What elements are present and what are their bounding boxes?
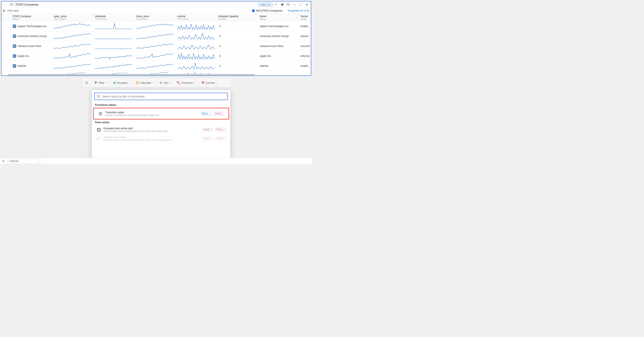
chart-icon [113, 81, 116, 84]
hospital-capacity: 4 [217, 51, 258, 61]
sparkline-div [95, 22, 132, 30]
card-transform-table[interactable]: Transform table A table to transform und… [96, 109, 226, 118]
svg-rect-7 [3, 10, 4, 12]
col-open-price[interactable]: open_price Time series [52, 14, 93, 21]
chevron-down-icon: ▾ [170, 82, 171, 84]
hospital-capacity: 4 [217, 61, 258, 71]
col-sector[interactable]: Sector String [298, 14, 311, 21]
visualize-label: Visualize [117, 81, 128, 84]
panel-titlebar: ⋮⋮ $E [TDP] Companies Object set [2, 2, 311, 8]
layers-icon [96, 127, 101, 132]
table-row[interactable]: American Airlines Group 4 American Airli… [2, 31, 311, 41]
card-title: Grouped time series plot [104, 127, 200, 130]
hide-data-button[interactable]: Hide data [3, 9, 19, 12]
sparkline-vol [178, 52, 215, 60]
svg-rect-0 [287, 3, 290, 5]
bottom-bar: Canvas ▾ [0, 158, 312, 164]
properties-link[interactable]: Properties (9 of 9) [285, 9, 309, 12]
table-row[interactable]: Apple Inc. 4 Apple Inc. informa [2, 51, 311, 61]
chevron-down-icon: ▾ [216, 82, 217, 84]
svg-point-40 [136, 83, 137, 84]
svg-point-2 [293, 4, 294, 4]
popover-search[interactable] [94, 92, 228, 100]
name-cell: Advance Auto Parts [258, 41, 298, 51]
svg-rect-33 [114, 82, 114, 84]
card-tabular-ts[interactable]: Tabular time series Convert columns from… [94, 134, 228, 143]
search-icon [85, 81, 88, 84]
sparkline-close [136, 32, 173, 40]
svg-rect-26 [14, 65, 14, 66]
highlight-box: Transform table A table to transform und… [93, 108, 229, 120]
popover-search-input[interactable] [102, 95, 226, 98]
tag-object: Object… [201, 112, 211, 115]
col-company[interactable]: [TDP] Company Object [11, 14, 52, 21]
svg-rect-21 [15, 46, 15, 47]
more-icon[interactable] [292, 2, 297, 7]
svg-rect-17 [15, 36, 15, 37]
object-set-panel: ⋮⋮ $E [TDP] Companies Object set Hide da… [1, 1, 311, 76]
action-toolbar: Filter▾ Visualize▾ Calculate▾ Join▾ Tran… [82, 78, 231, 88]
col-name[interactable]: Name String ▾ [257, 14, 298, 21]
sparkline-open [54, 32, 90, 40]
calculate-button[interactable]: Calculate▾ [133, 78, 156, 88]
table-row[interactable]: Advance Auto Parts 4 Advance Auto Parts … [2, 41, 311, 51]
canvas-selector[interactable]: Canvas ▾ [8, 159, 40, 163]
chevron-down-icon[interactable]: ▾ [296, 16, 297, 18]
convert-button[interactable]: Convert▾ [198, 78, 220, 88]
hospital-capacity: 4 [217, 31, 258, 41]
transform-button[interactable]: Transform▾ [174, 78, 198, 88]
drag-handle-icon[interactable]: ⋮⋮ [3, 3, 8, 6]
filter-button[interactable]: Filter▾ [92, 78, 110, 88]
card-grouped-ts[interactable]: Grouped time series plot View multiple t… [94, 125, 228, 134]
col-volume[interactable]: volume Time series [175, 14, 216, 21]
close-icon[interactable] [304, 2, 310, 7]
chevron-down-icon: ▾ [129, 82, 130, 84]
col-hospital-capacity[interactable]: Hospital Capacity Number ▾ [216, 14, 258, 21]
search-button[interactable] [82, 78, 92, 88]
add-canvas-button[interactable] [1, 158, 6, 164]
calculator-icon [136, 81, 139, 84]
canvas-label: Canvas [9, 160, 18, 162]
gear-icon[interactable] [280, 2, 285, 7]
horizontal-scrollbar[interactable] [2, 74, 310, 75]
table-row[interactable]: AbbVie 4 AbbVie health_ [2, 61, 311, 71]
col-spacer [2, 14, 11, 21]
sparkline-close [136, 22, 173, 30]
col-dividends[interactable]: dividends Time series [93, 14, 134, 21]
svg-rect-36 [136, 82, 138, 82]
chevron-right-icon: › [212, 112, 213, 115]
sector-cell: informa [298, 51, 311, 61]
sparkline-close [136, 62, 173, 70]
visualize-button[interactable]: Visualize▾ [110, 78, 133, 88]
convert-label: Convert [206, 81, 215, 84]
svg-rect-10 [14, 26, 14, 26]
join-button[interactable]: Join▾ [156, 78, 174, 88]
object-set-button[interactable]: Object set [258, 3, 272, 6]
tag-transform: Transf… [214, 112, 224, 115]
chart-icon[interactable] [273, 2, 278, 7]
convert-popover: Transform tables Transform table A table… [92, 90, 230, 158]
sector-cell: health_ [298, 21, 311, 31]
table-header: [TDP] Company Object open_price Time ser… [2, 14, 311, 21]
hide-data-label: Hide data [7, 9, 19, 12]
name-cell: American Airlines Group [258, 31, 298, 41]
sparkline-vol [178, 22, 215, 30]
col-close-price[interactable]: close_price Time series [134, 14, 175, 21]
chevron-right-icon: › [214, 137, 214, 140]
svg-rect-29 [15, 66, 15, 67]
panel-title: [TDP] Companies [16, 3, 38, 6]
sparkline-open [54, 42, 90, 50]
sparkline-div [95, 52, 132, 60]
chevron-down-icon[interactable]: ▾ [255, 16, 256, 18]
table-row[interactable]: Agilent Technologies Inc 4 Agilent Techn… [2, 21, 311, 31]
sparkline-open [54, 52, 90, 60]
monitor-icon[interactable] [286, 2, 291, 7]
tag-transform: Transf… [202, 137, 212, 140]
svg-rect-14 [14, 35, 14, 36]
search-icon [97, 95, 100, 98]
svg-rect-22 [14, 55, 14, 56]
name-cell: AbbVie [258, 61, 298, 71]
chevron-right-icon: › [214, 128, 214, 131]
expand-icon[interactable] [298, 2, 304, 7]
sparkline-close [136, 42, 173, 50]
